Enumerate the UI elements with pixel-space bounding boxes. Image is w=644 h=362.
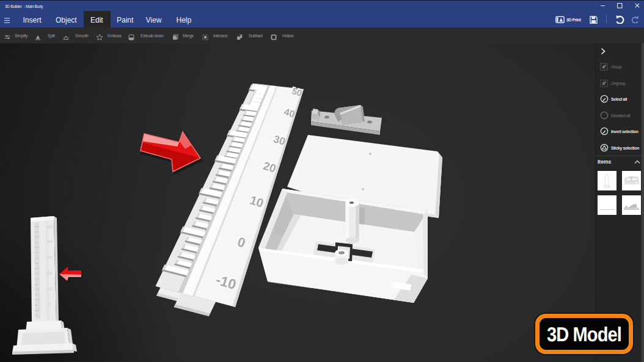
svg-text:50: 50	[47, 224, 52, 230]
svg-text:3D Model: 3D Model	[547, 323, 621, 346]
svg-text:40: 40	[47, 239, 52, 244]
svg-text:20: 20	[47, 270, 52, 276]
svg-text:0: 0	[48, 301, 51, 306]
svg-text:10: 10	[47, 286, 52, 292]
svg-text:30: 30	[47, 255, 52, 260]
